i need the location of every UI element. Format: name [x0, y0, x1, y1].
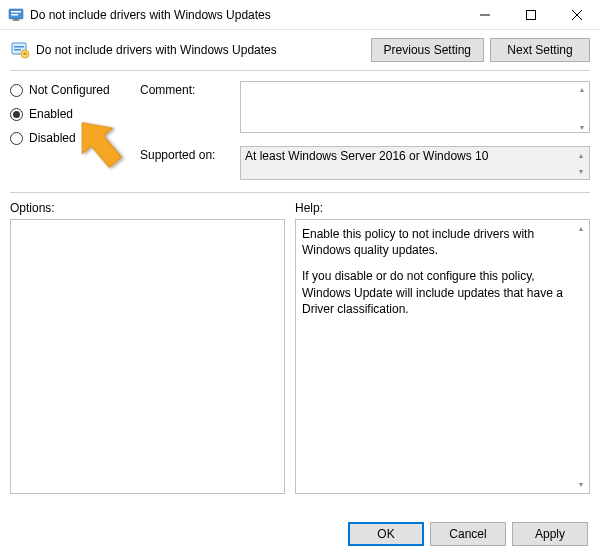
comment-scrollbar: ▴ ▾ — [573, 81, 590, 136]
config-area: Not Configured Enabled Disabled Comment:… — [0, 81, 600, 190]
scroll-down-icon[interactable]: ▾ — [573, 119, 590, 136]
dialog-footer: OK Cancel Apply — [348, 522, 588, 546]
policy-app-icon — [8, 7, 24, 23]
state-radio-group: Not Configured Enabled Disabled — [10, 81, 140, 190]
minimize-button[interactable] — [462, 0, 508, 30]
maximize-button[interactable] — [508, 0, 554, 30]
radio-label: Not Configured — [29, 83, 110, 97]
supported-on-label: Supported on: — [140, 146, 240, 180]
svg-rect-5 — [527, 10, 536, 19]
cancel-button[interactable]: Cancel — [430, 522, 506, 546]
radio-icon — [10, 108, 23, 121]
scroll-down-icon[interactable]: ▾ — [572, 163, 589, 179]
help-text: If you disable or do not configure this … — [302, 268, 583, 317]
policy-title: Do not include drivers with Windows Upda… — [36, 43, 365, 57]
header-row: Do not include drivers with Windows Upda… — [0, 30, 600, 64]
svg-rect-3 — [13, 19, 19, 21]
radio-not-configured[interactable]: Not Configured — [10, 83, 140, 97]
svg-rect-2 — [11, 14, 18, 16]
help-panel: Help: Enable this policy to not include … — [295, 201, 590, 494]
help-text: Enable this policy to not include driver… — [302, 226, 583, 258]
apply-button[interactable]: Apply — [512, 522, 588, 546]
radio-icon — [10, 132, 23, 145]
comment-input[interactable] — [240, 81, 590, 133]
radio-label: Disabled — [29, 131, 76, 145]
radio-label: Enabled — [29, 107, 73, 121]
options-label: Options: — [10, 201, 285, 215]
supported-scrollbar: ▴ ▾ — [572, 147, 589, 179]
radio-icon — [10, 84, 23, 97]
options-box — [10, 219, 285, 494]
window-title: Do not include drivers with Windows Upda… — [30, 8, 462, 22]
scroll-up-icon[interactable]: ▴ — [573, 81, 590, 98]
help-box: Enable this policy to not include driver… — [295, 219, 590, 494]
next-setting-button[interactable]: Next Setting — [490, 38, 590, 62]
ok-button[interactable]: OK — [348, 522, 424, 546]
svg-rect-9 — [14, 46, 24, 48]
scroll-up-icon[interactable]: ▴ — [572, 220, 589, 237]
svg-rect-1 — [11, 11, 21, 13]
options-panel: Options: — [10, 201, 285, 494]
radio-disabled[interactable]: Disabled — [10, 131, 140, 145]
radio-enabled[interactable]: Enabled — [10, 107, 140, 121]
divider — [10, 192, 590, 193]
window-controls — [462, 0, 600, 30]
help-scrollbar: ▴ ▾ — [572, 220, 589, 493]
titlebar: Do not include drivers with Windows Upda… — [0, 0, 600, 30]
scroll-up-icon[interactable]: ▴ — [572, 147, 589, 163]
supported-on-box: At least Windows Server 2016 or Windows … — [240, 146, 590, 180]
close-button[interactable] — [554, 0, 600, 30]
svg-rect-10 — [14, 49, 21, 51]
help-label: Help: — [295, 201, 590, 215]
previous-setting-button[interactable]: Previous Setting — [371, 38, 484, 62]
svg-rect-13 — [23, 53, 27, 54]
scroll-down-icon[interactable]: ▾ — [572, 476, 589, 493]
panels-row: Options: Help: Enable this policy to not… — [0, 201, 600, 494]
supported-on-value: At least Windows Server 2016 or Windows … — [245, 149, 488, 163]
divider — [10, 70, 590, 71]
comment-label: Comment: — [140, 81, 240, 136]
policy-icon — [10, 40, 30, 60]
fields-column: Comment: ▴ ▾ Supported on: At least Wind… — [140, 81, 590, 190]
